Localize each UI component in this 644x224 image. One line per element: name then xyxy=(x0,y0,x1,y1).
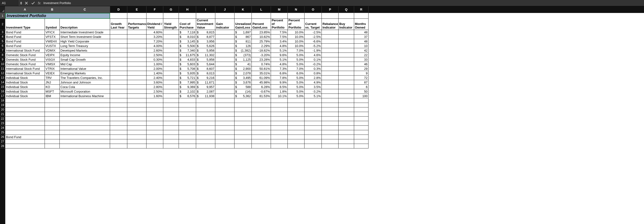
cell[interactable]: -5.2% xyxy=(304,44,322,48)
cell[interactable] xyxy=(110,144,127,148)
cell[interactable]: 37 xyxy=(354,34,368,39)
cell[interactable] xyxy=(234,135,252,139)
cell[interactable]: 1.00% xyxy=(146,62,163,66)
cell[interactable]: 1.8% xyxy=(271,89,288,94)
cell[interactable] xyxy=(110,66,127,71)
cell[interactable] xyxy=(234,98,252,103)
cell[interactable]: 4.9% xyxy=(304,80,322,85)
cell[interactable]: $14 xyxy=(234,89,252,94)
cell[interactable] xyxy=(163,48,179,53)
cell[interactable] xyxy=(215,98,234,103)
cell[interactable]: 5.0% xyxy=(288,76,304,80)
cell[interactable]: 3.20% xyxy=(146,34,163,39)
cell[interactable] xyxy=(163,130,179,135)
cell[interactable]: High Yield Corporate xyxy=(60,39,110,44)
cell[interactable] xyxy=(60,144,110,148)
cell[interactable] xyxy=(271,116,288,121)
cell[interactable] xyxy=(163,30,179,34)
cell[interactable]: 7.3% xyxy=(271,66,288,71)
cell[interactable] xyxy=(179,135,196,139)
cell[interactable] xyxy=(338,71,354,76)
row-header[interactable]: 24 xyxy=(0,126,5,130)
cell[interactable] xyxy=(196,103,215,108)
cell[interactable]: Emerging Markets xyxy=(60,71,110,76)
cell[interactable]: $41 xyxy=(234,62,252,66)
cell[interactable] xyxy=(110,89,127,94)
cell[interactable] xyxy=(288,98,304,103)
cell[interactable] xyxy=(127,66,146,71)
column-label[interactable]: Percent Gain/Loss xyxy=(252,19,271,30)
cell[interactable]: 3.4% xyxy=(271,39,288,44)
cell[interactable]: $8,010 xyxy=(179,34,196,39)
cell[interactable]: Intermediate Investment Grade xyxy=(60,30,110,34)
cell[interactable]: Bond Fund xyxy=(5,30,45,34)
cell[interactable] xyxy=(354,103,368,108)
cell[interactable]: VFICX xyxy=(45,30,60,34)
cell[interactable] xyxy=(163,13,179,19)
cell[interactable] xyxy=(127,94,146,98)
cell[interactable]: Equity Income xyxy=(60,53,110,57)
column-label[interactable]: Current vs. Target xyxy=(304,19,322,30)
cell[interactable] xyxy=(271,130,288,135)
cell[interactable] xyxy=(45,135,60,139)
cell[interactable]: 9 xyxy=(354,71,368,76)
cell[interactable] xyxy=(338,44,354,48)
cell[interactable] xyxy=(322,108,338,112)
cell[interactable] xyxy=(234,112,252,116)
column-header[interactable]: H xyxy=(179,6,196,13)
cell[interactable]: 29 xyxy=(354,66,368,71)
cell[interactable] xyxy=(215,112,234,116)
row-header[interactable]: 19 xyxy=(0,103,5,108)
cell[interactable]: 10.0% xyxy=(288,44,304,48)
cell[interactable] xyxy=(215,39,234,44)
cell[interactable] xyxy=(288,121,304,126)
cell[interactable]: 25.79% xyxy=(252,39,271,44)
cell[interactable] xyxy=(215,62,234,66)
cell[interactable] xyxy=(127,139,146,144)
cell[interactable]: $373 xyxy=(234,53,252,57)
cell[interactable]: Johnson and Johnson xyxy=(60,80,110,85)
cell[interactable]: 0.8% xyxy=(304,71,322,76)
cell[interactable]: Bond Fund xyxy=(5,39,45,44)
column-label[interactable]: Current Investment Value xyxy=(196,19,215,30)
cell[interactable]: MSFT xyxy=(45,89,60,94)
cell[interactable] xyxy=(215,30,234,34)
cell[interactable] xyxy=(45,108,60,112)
column-header[interactable]: G xyxy=(163,6,179,13)
cell[interactable]: -1.9% xyxy=(304,48,322,53)
cell[interactable] xyxy=(338,130,354,135)
cell[interactable]: $2,102 xyxy=(179,89,196,94)
cell[interactable] xyxy=(252,144,271,148)
cell[interactable] xyxy=(338,76,354,80)
cell[interactable] xyxy=(322,130,338,135)
cell[interactable]: $9,216 xyxy=(196,76,215,80)
cell[interactable]: $5,958 xyxy=(196,57,215,62)
cell[interactable] xyxy=(215,80,234,85)
cell[interactable]: 7.5% xyxy=(271,34,288,39)
column-header[interactable]: D xyxy=(110,6,127,13)
cell[interactable] xyxy=(338,85,354,89)
row-header[interactable]: 23 xyxy=(0,121,5,126)
cell[interactable] xyxy=(60,126,110,130)
column-label[interactable]: Gain indicator xyxy=(215,19,234,30)
column-header[interactable]: B xyxy=(45,6,60,13)
cell[interactable] xyxy=(215,108,234,112)
row-header[interactable]: 26 xyxy=(0,135,5,139)
cell[interactable] xyxy=(304,130,322,135)
cell[interactable]: 1.40% xyxy=(146,71,163,76)
name-box[interactable]: A1 xyxy=(0,0,19,6)
cell[interactable] xyxy=(215,126,234,130)
cell[interactable] xyxy=(354,121,368,126)
cell[interactable] xyxy=(45,121,60,126)
cell[interactable] xyxy=(179,103,196,108)
cell[interactable]: 5.0% xyxy=(288,62,304,66)
cell[interactable]: $5,603 xyxy=(179,62,196,66)
cell[interactable]: 9.9% xyxy=(271,80,288,85)
cell[interactable] xyxy=(322,71,338,76)
cell[interactable]: VWEHX xyxy=(45,39,60,44)
cell[interactable]: $4,833 xyxy=(179,57,196,62)
cell[interactable]: 0.1% xyxy=(304,57,322,62)
cell[interactable] xyxy=(163,39,179,44)
cell[interactable] xyxy=(271,103,288,108)
cell[interactable] xyxy=(322,121,338,126)
